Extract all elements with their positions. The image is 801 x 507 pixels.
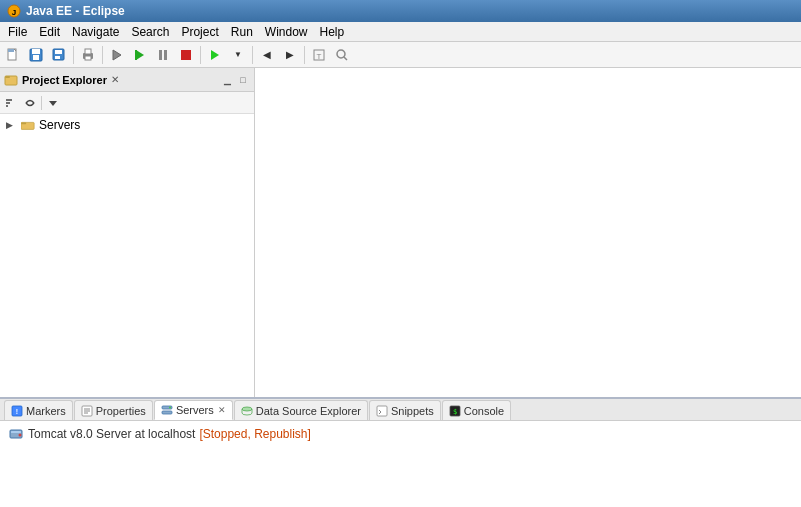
menu-project[interactable]: Project	[175, 23, 224, 41]
svg-point-40	[169, 407, 171, 409]
panel-toolbar	[0, 92, 254, 114]
tab-properties[interactable]: Properties	[74, 400, 153, 420]
svg-text:!: !	[16, 408, 18, 415]
sep3	[200, 46, 201, 64]
svg-rect-31	[21, 122, 26, 124]
panel-title: Project Explorer	[22, 74, 107, 86]
run-button[interactable]	[204, 44, 226, 66]
menu-window[interactable]: Window	[259, 23, 314, 41]
svg-rect-16	[159, 50, 162, 60]
svg-rect-9	[55, 56, 60, 59]
main-area: Project Explorer ✕ ▁ □	[0, 68, 801, 507]
app-icon: J	[6, 3, 22, 19]
tab-datasource[interactable]: Data Source Explorer	[234, 400, 368, 420]
tab-snippets[interactable]: Snippets	[369, 400, 441, 420]
menu-help[interactable]: Help	[314, 23, 351, 41]
server-name: Tomcat v8.0 Server at localhost	[28, 427, 195, 441]
pause-button[interactable]	[152, 44, 174, 66]
tab-markers-label: Markers	[26, 405, 66, 417]
menu-navigate[interactable]: Navigate	[66, 23, 125, 41]
minimize-panel-button[interactable]: ▁	[220, 73, 234, 87]
print-button[interactable]	[77, 44, 99, 66]
run-config-button[interactable]: ▼	[227, 44, 249, 66]
tree-item-servers[interactable]: ▶ Servers	[4, 116, 250, 134]
tab-servers-close[interactable]: ✕	[218, 405, 226, 415]
bottom-panel: ! Markers Properties	[0, 397, 801, 507]
bottom-content: Tomcat v8.0 Server at localhost [Stopped…	[0, 421, 801, 507]
tab-console[interactable]: $ Console	[442, 400, 511, 420]
svg-rect-18	[181, 50, 191, 60]
save-button[interactable]	[25, 44, 47, 66]
svg-rect-6	[33, 55, 39, 60]
svg-rect-42	[377, 406, 387, 416]
svg-marker-29	[49, 101, 57, 106]
svg-rect-11	[85, 49, 91, 54]
svg-line-23	[344, 57, 347, 60]
tab-console-label: Console	[464, 405, 504, 417]
forward-button[interactable]: ▶	[279, 44, 301, 66]
console-icon: $	[449, 405, 461, 417]
sep2	[102, 46, 103, 64]
content-area: Project Explorer ✕ ▁ □	[0, 68, 801, 397]
svg-text:J: J	[12, 8, 16, 17]
new-button[interactable]	[2, 44, 24, 66]
server-status: [Stopped, Republish]	[199, 427, 310, 441]
svg-marker-19	[211, 50, 219, 60]
panel-header: Project Explorer ✕ ▁ □	[0, 68, 254, 92]
svg-rect-5	[32, 49, 40, 54]
editor-area	[255, 68, 801, 397]
open-type-button[interactable]: T	[308, 44, 330, 66]
project-explorer-icon	[4, 73, 18, 87]
back-button[interactable]: ◀	[256, 44, 278, 66]
servers-icon	[161, 404, 173, 416]
tomcat-icon	[8, 426, 24, 442]
link-with-editor-button[interactable]	[21, 94, 39, 112]
stop-button[interactable]	[175, 44, 197, 66]
tab-servers[interactable]: Servers ✕	[154, 400, 233, 420]
svg-marker-14	[136, 50, 144, 60]
panel-controls: ▁ □	[220, 73, 250, 87]
panel-title-area: Project Explorer ✕	[4, 73, 119, 87]
svg-rect-17	[164, 50, 167, 60]
svg-rect-8	[55, 50, 62, 54]
window-title: Java EE - Eclipse	[26, 4, 125, 18]
svg-point-22	[337, 50, 345, 58]
svg-rect-3	[8, 49, 14, 52]
bottom-tabs: ! Markers Properties	[0, 399, 801, 421]
tab-datasource-label: Data Source Explorer	[256, 405, 361, 417]
save-all-button[interactable]	[48, 44, 70, 66]
panel-close-icon[interactable]: ✕	[111, 74, 119, 85]
svg-rect-46	[11, 431, 21, 433]
run-last-button[interactable]	[129, 44, 151, 66]
sep1	[73, 46, 74, 64]
view-menu-button[interactable]	[44, 94, 62, 112]
title-bar: J Java EE - Eclipse	[0, 0, 801, 22]
menu-search[interactable]: Search	[125, 23, 175, 41]
svg-marker-13	[113, 50, 121, 60]
menu-file[interactable]: File	[2, 23, 33, 41]
maximize-panel-button[interactable]: □	[236, 73, 250, 87]
svg-point-47	[19, 434, 22, 437]
properties-icon	[81, 405, 93, 417]
menu-run[interactable]: Run	[225, 23, 259, 41]
menu-bar: File Edit Navigate Search Project Run Wi…	[0, 22, 801, 42]
servers-folder-icon	[20, 117, 36, 133]
tree-area: ▶ Servers	[0, 114, 254, 397]
main-toolbar: ▼ ◀ ▶ T	[0, 42, 801, 68]
search-button[interactable]	[331, 44, 353, 66]
tab-properties-label: Properties	[96, 405, 146, 417]
sep5	[304, 46, 305, 64]
svg-text:T: T	[317, 52, 322, 61]
svg-rect-12	[85, 56, 91, 60]
tree-label-servers: Servers	[39, 118, 80, 132]
svg-rect-15	[135, 50, 137, 60]
tab-markers[interactable]: ! Markers	[4, 400, 73, 420]
collapse-all-button[interactable]	[2, 94, 20, 112]
server-row-tomcat[interactable]: Tomcat v8.0 Server at localhost [Stopped…	[4, 425, 797, 443]
svg-point-41	[242, 407, 252, 411]
svg-rect-39	[162, 411, 172, 414]
sep4	[252, 46, 253, 64]
snippets-icon	[376, 405, 388, 417]
menu-edit[interactable]: Edit	[33, 23, 66, 41]
debug-button[interactable]	[106, 44, 128, 66]
